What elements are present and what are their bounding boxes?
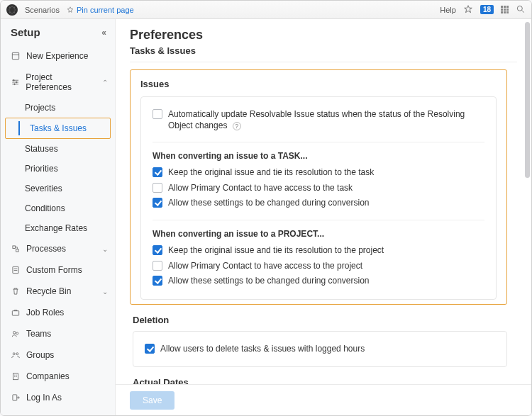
chevron-up-icon: ⌃ — [102, 79, 108, 86]
sidebar-item-resource-mgmt[interactable]: Resource Management — [1, 408, 115, 416]
svg-rect-1 — [12, 52, 18, 59]
sidebar: Setup « New Experience Project Preferenc… — [1, 19, 116, 415]
search-icon[interactable] — [516, 4, 526, 16]
sidebar-label: Job Roles — [26, 308, 64, 317]
sidebar-title: Setup — [11, 26, 40, 38]
briefcase-icon — [11, 308, 21, 317]
svg-rect-13 — [13, 373, 18, 380]
help-link[interactable]: Help — [440, 6, 456, 14]
sidebar-item-groups[interactable]: Groups — [1, 344, 115, 366]
pin-icon — [67, 6, 74, 13]
sidebar-sub-conditions[interactable]: Conditions — [1, 198, 115, 218]
svg-point-10 — [16, 332, 18, 335]
sidebar-item-job-roles[interactable]: Job Roles — [1, 302, 115, 323]
notification-badge[interactable]: 18 — [480, 5, 494, 14]
sidebar-label: Groups — [26, 350, 54, 360]
sidebar-item-project-preferences[interactable]: Project Preferences ⌃ — [1, 67, 115, 98]
sidebar-item-companies[interactable]: Companies — [1, 366, 115, 387]
svg-point-2 — [13, 79, 15, 81]
svg-rect-5 — [13, 246, 16, 249]
divider — [130, 62, 517, 62]
issues-section: Issues Automatically update Resolvable I… — [130, 69, 507, 305]
sidebar-sub-exchange-rates[interactable]: Exchange Rates — [1, 218, 115, 238]
checkbox-proj-primary[interactable] — [153, 261, 162, 271]
sidebar-label: Processes — [26, 244, 66, 254]
label-task-primary: Allow Primary Contact to have access to … — [168, 183, 353, 194]
form-icon — [11, 265, 21, 275]
chevron-down-icon: ⌄ — [102, 245, 108, 253]
collapse-sidebar-icon[interactable]: « — [101, 28, 106, 38]
issues-panel: Automatically update Resolvable Issue st… — [140, 96, 497, 300]
deletion-heading: Deletion — [133, 315, 507, 325]
layout-icon — [11, 51, 21, 61]
building-icon — [11, 371, 21, 381]
pin-page-link[interactable]: Pin current page — [67, 6, 134, 14]
checkbox-auto-update[interactable] — [153, 109, 162, 119]
svg-point-0 — [517, 6, 522, 11]
sidebar-label: Companies — [26, 371, 70, 381]
issues-heading: Issues — [140, 79, 497, 89]
svg-rect-7 — [13, 266, 18, 273]
checkbox-proj-change[interactable] — [153, 276, 162, 286]
chevron-down-icon: ⌄ — [102, 288, 108, 296]
sidebar-item-recycle-bin[interactable]: Recycle Bin ⌄ — [1, 281, 115, 302]
sidebar-label: Project Preferences — [26, 72, 96, 92]
deletion-section: Deletion Allow users to delete tasks & i… — [130, 315, 507, 368]
label-allow-delete: Allow users to delete tasks & issues wit… — [160, 344, 365, 355]
label-proj-keep: Keep the original issue and tie its reso… — [168, 245, 384, 257]
sidebar-sub-statuses[interactable]: Statuses — [1, 139, 115, 159]
checkbox-task-keep[interactable] — [153, 167, 162, 177]
convert-project-heading: When converting an issue to a PROJECT... — [153, 229, 484, 239]
topbar: Scenarios Pin current page Help 18 — [1, 1, 531, 19]
sidebar-label: Custom Forms — [26, 265, 82, 275]
scrollbar[interactable] — [525, 22, 530, 178]
main-content: Preferences Tasks & Issues Issues Automa… — [116, 19, 531, 415]
svg-rect-14 — [13, 395, 17, 400]
sidebar-label: Log In As — [26, 393, 62, 403]
teams-icon — [11, 329, 21, 339]
groups-icon — [11, 350, 21, 360]
scenarios-label[interactable]: Scenarios — [25, 6, 60, 14]
apps-grid-icon[interactable] — [501, 6, 509, 13]
checkbox-allow-delete[interactable] — [145, 344, 155, 354]
main-scroll[interactable]: Issues Automatically update Resolvable I… — [130, 69, 517, 415]
page-title: Preferences — [130, 28, 517, 43]
divider — [153, 220, 484, 220]
sidebar-item-new-experience[interactable]: New Experience — [1, 45, 115, 67]
divider — [153, 142, 484, 142]
svg-point-12 — [16, 353, 18, 355]
sidebar-item-log-in-as[interactable]: Log In As — [1, 387, 115, 408]
sidebar-item-custom-forms[interactable]: Custom Forms — [1, 259, 115, 281]
label-proj-primary: Allow Primary Contact to have access to … — [168, 261, 362, 272]
checkbox-proj-keep[interactable] — [153, 245, 162, 255]
pin-label: Pin current page — [77, 6, 134, 14]
sidebar-label: New Experience — [26, 51, 88, 61]
label-auto-update: Automatically update Resolvable Issue st… — [168, 109, 484, 131]
sliders-icon — [11, 77, 20, 87]
help-icon[interactable]: ? — [233, 122, 241, 130]
checkbox-task-change[interactable] — [153, 198, 162, 208]
sidebar-item-teams[interactable]: Teams — [1, 323, 115, 344]
login-icon — [11, 393, 21, 403]
label-task-change: Allow these settings to be changed durin… — [168, 198, 370, 209]
svg-point-9 — [13, 332, 16, 335]
trash-icon — [11, 286, 21, 296]
page-subtitle: Tasks & Issues — [130, 45, 517, 56]
svg-point-4 — [14, 84, 16, 85]
save-button[interactable]: Save — [130, 391, 174, 410]
sidebar-sub-priorities[interactable]: Priorities — [1, 159, 115, 179]
sidebar-label: Recycle Bin — [26, 286, 71, 296]
text-auto-update: Automatically update Resolvable Issue st… — [168, 109, 465, 130]
lion-logo-icon — [6, 4, 18, 16]
save-bar: Save — [116, 384, 531, 415]
sidebar-sub-severities[interactable]: Severities — [1, 179, 115, 198]
svg-rect-6 — [16, 249, 18, 252]
svg-point-3 — [16, 81, 17, 83]
svg-rect-8 — [12, 311, 18, 315]
convert-task-heading: When converting an issue to a TASK... — [153, 151, 484, 161]
sidebar-sub-projects[interactable]: Projects — [1, 98, 115, 118]
sidebar-item-processes[interactable]: Processes ⌄ — [1, 238, 115, 259]
checkbox-task-primary[interactable] — [153, 183, 162, 193]
sidebar-sub-tasks-issues[interactable]: Tasks & Issues — [6, 118, 110, 138]
favorite-icon[interactable] — [463, 4, 473, 16]
